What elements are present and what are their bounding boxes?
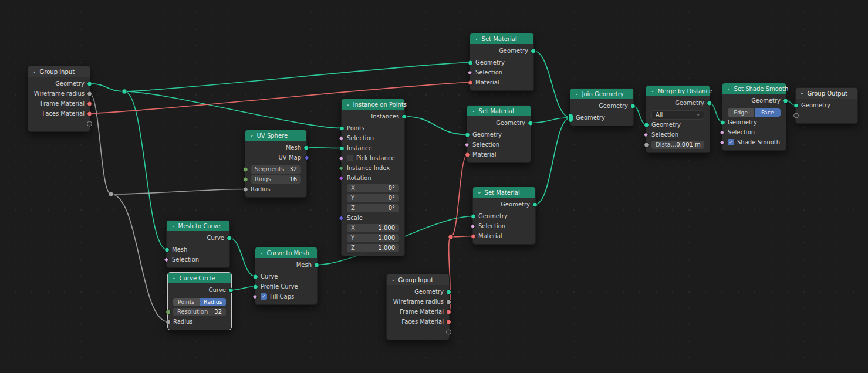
mode-dropdown[interactable]: All⌄	[651, 110, 704, 120]
toggle-edge[interactable]: Edge	[728, 108, 754, 117]
socket-faces-material-output[interactable]	[87, 111, 92, 116]
socket-pick-instance-input[interactable]	[339, 155, 345, 161]
socket-segments-input[interactable]	[243, 167, 248, 172]
collapse-chevron-icon[interactable]: ⌄	[471, 108, 476, 113]
node-header[interactable]: ⌄Group Input	[28, 66, 90, 77]
node-header[interactable]: ⌄Set Shade Smooth	[722, 83, 786, 94]
socket-frame-material-output[interactable]	[446, 309, 451, 314]
curve-to-mesh-node[interactable]: ⌄Curve to MeshMeshCurveProfile Curve✓Fil…	[255, 247, 318, 305]
node-header[interactable]: ⌄Curve Circle	[168, 273, 231, 283]
node-header[interactable]: ⌄Group Output	[796, 88, 857, 99]
socket-geometry-output[interactable]	[783, 98, 788, 103]
collapse-chevron-icon[interactable]: ⌄	[650, 88, 655, 93]
set-material-3-node[interactable]: ⌄Set MaterialGeometryGeometrySelectionMa…	[472, 186, 536, 245]
node-header[interactable]: ⌄Set Material	[467, 106, 531, 116]
socket-geometry-output[interactable]	[528, 120, 533, 126]
socket-scale-input[interactable]	[339, 215, 345, 221]
instance-on-points-node[interactable]: ⌄Instance on PointsInstancesPointsSelect…	[341, 99, 405, 256]
toggle-points[interactable]: Points	[173, 298, 200, 306]
group-input-2-node[interactable]: ⌄Group InputGeometryWireframe radiusFram…	[386, 274, 450, 340]
socket-geometry-input[interactable]	[468, 60, 473, 65]
socket-faces-material-output[interactable]	[446, 319, 451, 324]
socket-selection-input[interactable]	[467, 70, 473, 76]
node-header[interactable]: ⌄Instance on Points	[342, 99, 404, 110]
uv-sphere-node[interactable]: ⌄UV SphereMeshUV MapSegments32Rings16Rad…	[245, 130, 307, 198]
socket-curve-output[interactable]	[227, 235, 232, 240]
field-x[interactable]: X1.000	[347, 224, 399, 232]
socket-instances-output[interactable]	[401, 114, 407, 119]
socket-rotation-input[interactable]	[339, 175, 345, 181]
field-dista-[interactable]: Dista...0.001 m	[651, 141, 704, 149]
socket-geometry-output[interactable]	[707, 100, 712, 106]
field-y[interactable]: Y1.000	[347, 234, 399, 242]
socket-geometry-input[interactable]	[793, 103, 799, 108]
collapse-chevron-icon[interactable]: ⌄	[800, 90, 805, 96]
node-header[interactable]: ⌄UV Sphere	[245, 130, 306, 141]
socket-material-input[interactable]	[465, 152, 470, 157]
node-header[interactable]: ⌄Join Geometry	[570, 89, 633, 99]
collapse-chevron-icon[interactable]: ⌄	[474, 36, 479, 41]
socket-wireframe-radius-output[interactable]	[446, 299, 451, 304]
socket-selection-input[interactable]	[720, 130, 725, 135]
socket-curve-input[interactable]	[253, 274, 258, 279]
socket-geometry-output[interactable]	[630, 103, 636, 108]
socket-selection-input[interactable]	[464, 142, 470, 148]
node-header[interactable]: ⌄Curve to Mesh	[255, 247, 317, 258]
socket-profile-curve-input[interactable]	[253, 284, 258, 289]
socket-geometry-output[interactable]	[446, 289, 451, 294]
collapse-chevron-icon[interactable]: ⌄	[575, 91, 579, 96]
collapse-chevron-icon[interactable]: ⌄	[249, 133, 254, 138]
socket-geometry-input[interactable]	[465, 132, 470, 137]
collapse-chevron-icon[interactable]: ⌄	[391, 277, 396, 282]
virtual-socket[interactable]	[87, 121, 92, 126]
set-material-1-node[interactable]: ⌄Set MaterialGeometryGeometrySelectionMa…	[470, 33, 534, 91]
field-y[interactable]: Y0°	[347, 194, 399, 202]
collapse-chevron-icon[interactable]: ⌄	[727, 86, 731, 91]
checkbox-pick-instance[interactable]	[347, 155, 353, 161]
socket-selection-input[interactable]	[643, 132, 649, 138]
group-input-1-node[interactable]: ⌄Group InputGeometryWireframe radiusFram…	[28, 66, 90, 132]
socket-selection-input[interactable]	[164, 257, 170, 263]
checkbox-shade-smooth[interactable]: ✓	[728, 139, 734, 145]
field-z[interactable]: Z1.000	[347, 244, 399, 252]
socket-material-input[interactable]	[471, 233, 476, 239]
socket-rings-input[interactable]	[243, 177, 248, 182]
socket-geometry-input[interactable]	[720, 120, 725, 125]
collapse-chevron-icon[interactable]: ⌄	[171, 223, 175, 228]
socket-mesh-output[interactable]	[314, 262, 319, 267]
checkbox-fill-caps[interactable]: ✓	[261, 293, 267, 300]
virtual-socket[interactable]	[793, 113, 799, 118]
field-resolution[interactable]: Resolution32	[173, 308, 226, 316]
set-material-2-node[interactable]: ⌄Set MaterialGeometryGeometrySelectionMa…	[467, 105, 531, 163]
socket-points-input[interactable]	[339, 126, 345, 131]
curve-circle-node[interactable]: ⌄Curve CircleCurvePointsRadiusResolution…	[167, 272, 232, 330]
collapse-chevron-icon[interactable]: ⌄	[477, 189, 482, 195]
socket-selection-input[interactable]	[339, 135, 345, 141]
socket-instance-input[interactable]	[339, 145, 345, 151]
socket-radius-input[interactable]	[166, 319, 171, 324]
socket-shade-smooth-input[interactable]	[720, 140, 725, 145]
socket-wireframe-radius-output[interactable]	[87, 91, 92, 96]
socket-radius-input[interactable]	[243, 186, 248, 192]
field-rings[interactable]: Rings16	[251, 175, 301, 184]
socket-mesh-input[interactable]	[164, 247, 170, 252]
socket-dista--input[interactable]	[644, 142, 649, 147]
socket-geometry-output[interactable]	[87, 81, 92, 86]
join-geometry-node[interactable]: ⌄Join GeometryGeometryGeometry	[570, 88, 634, 126]
socket-geometry-output[interactable]	[532, 202, 538, 207]
toggle-radius[interactable]: Radius	[200, 298, 227, 306]
socket-uv-map-output[interactable]	[304, 155, 310, 161]
merge-by-distance-node[interactable]: ⌄Merge by DistanceGeometryAll⌄GeometrySe…	[646, 85, 710, 153]
node-header[interactable]: ⌄Set Material	[470, 33, 533, 44]
socket-geometry-input[interactable]	[471, 213, 476, 219]
field-segments[interactable]: Segments32	[251, 165, 301, 174]
virtual-socket[interactable]	[446, 329, 451, 334]
collapse-chevron-icon[interactable]: ⌄	[32, 69, 37, 74]
socket-geometry-output[interactable]	[531, 48, 536, 53]
socket-resolution-input[interactable]	[166, 309, 171, 314]
set-shade-smooth-node[interactable]: ⌄Set Shade SmoothGeometryEdgeFaceGeometr…	[722, 83, 786, 151]
toggle-face[interactable]: Face	[755, 108, 781, 117]
collapse-chevron-icon[interactable]: ⌄	[172, 275, 177, 280]
mesh-to-curve-node[interactable]: ⌄Mesh to CurveCurveMeshSelection	[166, 220, 230, 268]
node-header[interactable]: ⌄Mesh to Curve	[167, 221, 229, 231]
